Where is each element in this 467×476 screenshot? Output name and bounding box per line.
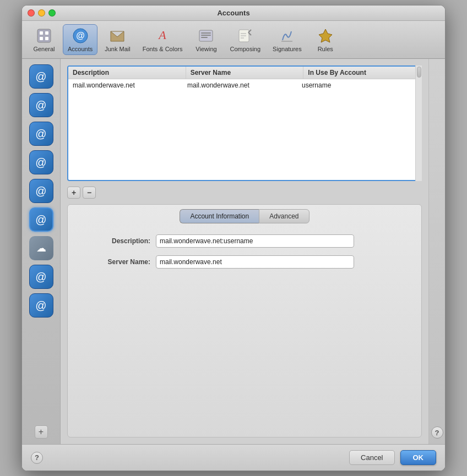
close-button[interactable] (28, 9, 35, 17)
sidebar: @ @ @ @ @ @ ☁ @ @ + (22, 59, 61, 444)
composing-icon (236, 27, 254, 45)
tab-bar: Account Information Advanced (68, 205, 421, 223)
row-in-use: username (302, 81, 416, 89)
signatures-label: Signatures (273, 46, 302, 52)
maximize-button[interactable] (48, 9, 56, 17)
toolbar-item-junk-mail[interactable]: Junk Mail (100, 24, 135, 55)
sidebar-account-2[interactable]: @ (29, 93, 53, 117)
minimize-button[interactable] (38, 9, 45, 17)
sidebar-account-8[interactable]: @ (29, 293, 53, 318)
toolbar-item-accounts[interactable]: @ Accounts (63, 24, 97, 55)
fonts-colors-label: Fonts & Colors (143, 46, 183, 52)
server-name-input[interactable] (156, 255, 354, 269)
sidebar-cloud-account[interactable]: ☁ (29, 236, 53, 260)
center-panel: Description Server Name In Use By Accoun… (61, 59, 428, 444)
toolbar: General @ Accounts Junk Mail (22, 21, 445, 59)
form-row-server-name: Server Name: (79, 255, 410, 269)
col-server-name: Server Name (186, 67, 304, 79)
server-list-body: mail.wonderwave.net mail.wonderwave.net … (68, 79, 421, 91)
viewing-icon (197, 27, 215, 45)
toolbar-item-viewing[interactable]: Viewing (189, 24, 222, 55)
svg-rect-9 (201, 32, 211, 34)
junk-mail-icon (108, 27, 126, 45)
bottom-bar: ? Cancel OK (22, 444, 445, 470)
toolbar-item-fonts-colors[interactable]: A Fonts & Colors (138, 24, 188, 55)
general-icon (35, 27, 53, 45)
sidebar-account-7[interactable]: @ (29, 265, 53, 289)
col-description: Description (68, 67, 186, 79)
viewing-label: Viewing (196, 46, 216, 52)
toolbar-item-rules[interactable]: Rules (309, 24, 342, 55)
junk-mail-label: Junk Mail (105, 46, 130, 52)
svg-text:@: @ (76, 31, 85, 40)
sidebar-account-3[interactable]: @ (29, 122, 53, 146)
cancel-button[interactable]: Cancel (349, 450, 394, 465)
sidebar-account-1[interactable]: @ (29, 64, 53, 89)
right-panel: ? (428, 59, 445, 444)
remove-server-button[interactable]: − (83, 187, 96, 199)
fonts-colors-icon: A (154, 27, 171, 45)
signatures-icon (278, 27, 296, 45)
row-server-name: mail.wonderwave.net (187, 81, 302, 89)
svg-marker-19 (319, 29, 332, 42)
main-content: @ @ @ @ @ @ ☁ @ @ + Description Server N… (22, 59, 445, 444)
server-name-label: Server Name: (79, 258, 150, 266)
description-label: Description: (79, 237, 150, 245)
server-list-wrapper: Description Server Name In Use By Accoun… (67, 65, 422, 181)
scrollbar-track[interactable] (415, 65, 422, 181)
rules-label: Rules (318, 46, 333, 52)
svg-rect-2 (45, 31, 48, 35)
sidebar-account-6[interactable]: @ (29, 207, 53, 232)
svg-rect-4 (45, 37, 48, 40)
right-help-button[interactable]: ? (431, 426, 443, 439)
sidebar-add-button[interactable]: + (35, 425, 48, 439)
accounts-window: Accounts General @ (21, 5, 446, 471)
titlebar: Accounts (22, 6, 445, 21)
ok-button[interactable]: OK (400, 450, 437, 465)
svg-rect-0 (37, 29, 51, 42)
form-row-description: Description: (79, 234, 410, 248)
sidebar-account-5[interactable]: @ (29, 179, 53, 203)
composing-label: Composing (230, 46, 260, 52)
toolbar-item-signatures[interactable]: Signatures (268, 24, 307, 55)
toolbar-item-composing[interactable]: Composing (225, 24, 265, 55)
general-label: General (33, 46, 55, 52)
tab-advanced[interactable]: Advanced (259, 209, 309, 223)
accounts-icon: @ (72, 27, 89, 45)
toolbar-item-general[interactable]: General (28, 24, 61, 55)
svg-text:A: A (158, 28, 166, 42)
add-server-button[interactable]: + (67, 187, 80, 199)
table-row[interactable]: mail.wonderwave.net mail.wonderwave.net … (68, 79, 421, 91)
svg-rect-3 (40, 37, 43, 40)
description-input[interactable] (156, 234, 354, 248)
rules-icon (317, 27, 334, 45)
help-button[interactable]: ? (31, 452, 43, 464)
bottom-buttons: Cancel OK (349, 450, 436, 465)
col-in-use: In Use By Account (303, 67, 421, 79)
add-remove-bar: + − (67, 187, 422, 199)
scrollbar-thumb[interactable] (417, 67, 421, 78)
sidebar-account-4[interactable]: @ (29, 150, 53, 174)
tab-account-information[interactable]: Account Information (180, 209, 259, 223)
server-list: Description Server Name In Use By Accoun… (67, 65, 422, 181)
svg-rect-10 (201, 35, 211, 36)
row-description: mail.wonderwave.net (73, 81, 187, 89)
tab-content-account-info: Description: Server Name: (68, 223, 421, 287)
svg-rect-11 (201, 37, 208, 38)
accounts-label: Accounts (68, 46, 93, 52)
tab-panel: Account Information Advanced Description… (67, 204, 422, 437)
window-title: Accounts (217, 9, 249, 17)
window-controls (28, 9, 56, 17)
server-list-header: Description Server Name In Use By Accoun… (68, 67, 421, 79)
svg-rect-1 (40, 31, 43, 35)
